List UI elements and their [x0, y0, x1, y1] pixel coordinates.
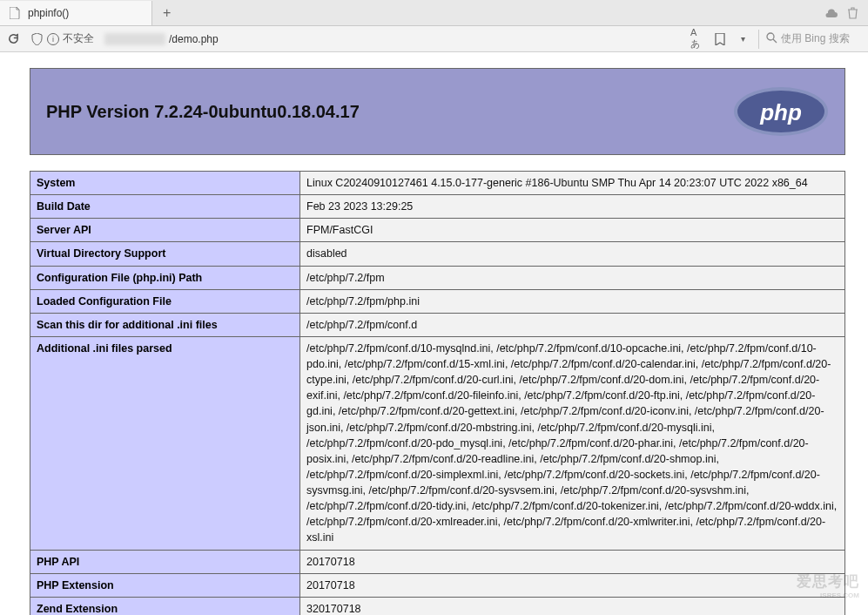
trash-icon[interactable]	[845, 6, 859, 20]
table-row: Server APIFPM/FastCGI	[30, 219, 845, 242]
table-row: PHP API20170718	[30, 550, 845, 573]
table-key: PHP API	[30, 550, 300, 573]
table-value: /etc/php/7.2/fpm/php.ini	[300, 289, 845, 313]
phpinfo-header: PHP Version 7.2.24-0ubuntu0.18.04.17 php	[30, 68, 845, 155]
refresh-button[interactable]	[5, 31, 21, 47]
dropdown-icon[interactable]: ▾	[736, 32, 750, 46]
table-value: Feb 23 2023 13:29:25	[300, 195, 845, 219]
table-row: Configuration File (php.ini) Path/etc/ph…	[30, 266, 845, 289]
table-row: Zend Extension320170718	[30, 597, 845, 615]
table-key: PHP Extension	[30, 573, 300, 597]
browser-tab[interactable]: phpinfo()	[0, 1, 152, 25]
new-tab-button[interactable]: +	[152, 5, 181, 21]
svg-point-0	[767, 33, 774, 40]
info-icon: i	[47, 33, 59, 45]
page-icon	[9, 7, 21, 19]
svg-text:php: php	[759, 99, 802, 125]
insecure-label: 不安全	[63, 31, 94, 46]
table-value: 20170718	[300, 550, 845, 573]
table-row: Additional .ini files parsed/etc/php/7.2…	[30, 336, 845, 550]
table-key: Server API	[30, 219, 300, 242]
table-key: Scan this dir for additional .ini files	[30, 313, 300, 336]
url-field[interactable]: i 不安全 /demo.php	[26, 29, 682, 50]
url-blurred-host	[104, 33, 165, 45]
table-value: disabled	[300, 242, 845, 266]
phpinfo-table: SystemLinux C20240910127461 4.15.0-177-g…	[30, 171, 845, 615]
tab-title: phpinfo()	[28, 7, 69, 19]
table-row: SystemLinux C20240910127461 4.15.0-177-g…	[30, 172, 845, 195]
table-key: Build Date	[30, 195, 300, 219]
table-value: FPM/FastCGI	[300, 219, 845, 242]
table-key: Additional .ini files parsed	[30, 336, 300, 550]
browser-address-bar: i 不安全 /demo.php Aあ ▾ 使用 Bing 搜索	[0, 26, 868, 52]
php-logo: php	[733, 86, 829, 137]
table-key: Configuration File (php.ini) Path	[30, 266, 300, 289]
table-row: Virtual Directory Supportdisabled	[30, 242, 845, 266]
search-box[interactable]: 使用 Bing 搜索	[758, 30, 863, 49]
table-row: PHP Extension20170718	[30, 573, 845, 597]
table-value: /etc/php/7.2/fpm	[300, 266, 845, 289]
php-version-title: PHP Version 7.2.24-0ubuntu0.18.04.17	[46, 102, 360, 122]
table-row: Scan this dir for additional .ini files/…	[30, 313, 845, 336]
table-value: /etc/php/7.2/fpm/conf.d	[300, 313, 845, 336]
page-content: PHP Version 7.2.24-0ubuntu0.18.04.17 php…	[0, 52, 868, 615]
table-key: System	[30, 172, 300, 195]
table-key: Loaded Configuration File	[30, 289, 300, 313]
translate-icon[interactable]: Aあ	[690, 32, 704, 46]
table-value: Linux C20240910127461 4.15.0-177-generic…	[300, 172, 845, 195]
shield-icon	[31, 33, 44, 45]
table-value: 20170718	[300, 573, 845, 597]
table-key: Virtual Directory Support	[30, 242, 300, 266]
table-value: /etc/php/7.2/fpm/conf.d/10-mysqlnd.ini, …	[300, 336, 845, 550]
table-key: Zend Extension	[30, 597, 300, 615]
table-row: Loaded Configuration File/etc/php/7.2/fp…	[30, 289, 845, 313]
browser-tab-bar: phpinfo() +	[0, 0, 868, 26]
table-value: 320170718	[300, 597, 845, 615]
search-placeholder: 使用 Bing 搜索	[781, 31, 850, 46]
favorites-icon[interactable]	[713, 32, 727, 46]
table-row: Build DateFeb 23 2023 13:29:25	[30, 195, 845, 219]
url-path: /demo.php	[169, 33, 219, 45]
cloud-icon[interactable]	[824, 6, 838, 20]
search-icon	[766, 32, 777, 46]
